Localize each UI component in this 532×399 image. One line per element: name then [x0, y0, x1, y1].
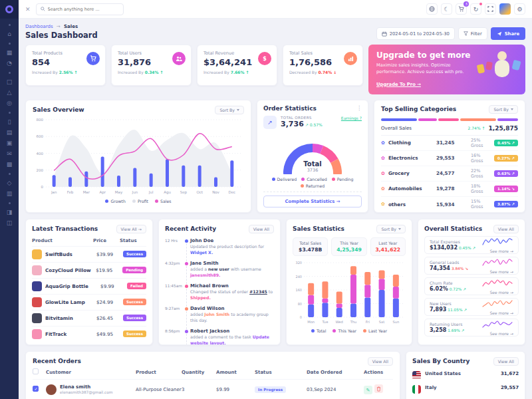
svg-text:Mar: Mar [83, 190, 90, 194]
delete-button[interactable] [374, 384, 383, 393]
product-image [32, 329, 42, 339]
table-row[interactable]: SwiftBuds $39.99 Success [32, 246, 146, 262]
search-box[interactable] [36, 3, 124, 15]
phone-icon[interactable]: ▯ [8, 119, 11, 125]
sparkline-chart [481, 320, 513, 329]
sales-overview-chart: 0200400600800JanFebMarAprMayJunJulAguSep… [33, 114, 244, 196]
table-row[interactable]: GlowLite Lamp $24.99 Success [32, 294, 146, 310]
language-icon[interactable] [426, 3, 438, 15]
select-all-checkbox[interactable] [33, 368, 39, 374]
see-more-link[interactable]: See more → [481, 249, 513, 253]
calculator-icon[interactable]: ▥ [7, 191, 13, 197]
shopping-bag-icon [485, 61, 493, 70]
search-input[interactable] [48, 7, 119, 12]
status-badge: Success [123, 315, 146, 321]
avatar[interactable] [499, 3, 511, 15]
bar-chart-icon[interactable]: ◨ [7, 209, 13, 215]
panel-title: Sales By Country [412, 358, 469, 364]
category-row[interactable]: ✿ Electronics 29,553 16% Gross 0.27% ↗ [381, 151, 518, 166]
sales-by-country-panel: Sales By Country View All United States3… [406, 351, 525, 399]
svg-text:0: 0 [300, 315, 302, 319]
apps-icon[interactable]: ▦ [7, 50, 13, 56]
filter-button[interactable]: Filter [458, 27, 487, 40]
home-icon[interactable]: ⌂ [7, 31, 11, 37]
complete-statistics-button[interactable]: Complete Statistics → [263, 196, 362, 207]
table-row[interactable]: AquaGrip Bottle $9.99 Failed [32, 278, 146, 294]
metric-row: Returning Users3,2581.69% ↗ See more → [424, 319, 519, 336]
sparkline-chart [481, 258, 513, 267]
upgrade-banner: Upgrade to get more Maximize sales insig… [368, 45, 525, 94]
stat-box: Total Sales$3.478B [293, 237, 328, 256]
edit-button[interactable]: ✎ [364, 386, 372, 394]
pages-icon[interactable]: ▣ [7, 140, 13, 146]
fullscreen-icon[interactable] [485, 3, 496, 15]
cart-icon[interactable]: 5 [456, 3, 467, 15]
kanban-icon[interactable]: ◫ [7, 220, 13, 226]
sort-by-dropdown[interactable]: Sort By [376, 225, 406, 233]
view-all-button[interactable]: View All [493, 357, 519, 366]
cart-icon [86, 52, 100, 65]
archive-icon[interactable]: ▤ [7, 130, 13, 136]
row-checkbox[interactable] [33, 386, 39, 392]
alert-icon[interactable]: △ [7, 90, 12, 96]
sort-by-dropdown[interactable]: Sort By [215, 106, 244, 114]
table-row[interactable]: FitTrack $49.95 Success [32, 326, 146, 342]
country-row: United States31,672 [412, 371, 519, 380]
compass-icon[interactable]: ◎ [7, 100, 12, 106]
upgrade-link[interactable]: Upgrade To Pro → [376, 82, 421, 87]
gear-icon[interactable]: ⚙ [514, 3, 525, 15]
pie-chart-icon[interactable]: ◔ [7, 61, 12, 66]
svg-text:80: 80 [298, 301, 302, 305]
panel-title: Sales Overview [33, 106, 84, 113]
category-row[interactable]: ✿ Automobiles 19,278 18% Gross 1.14% ↘ [381, 182, 518, 197]
kebab-menu-icon[interactable]: ⋮ [356, 105, 362, 111]
change-badge: 1.14% ↘ [494, 186, 518, 192]
view-all-button[interactable]: View All [493, 225, 519, 233]
tools-icon[interactable]: ◇ [7, 180, 12, 186]
sort-by-dropdown[interactable]: Sort By [489, 105, 518, 114]
see-more-link[interactable]: See more → [481, 331, 513, 336]
view-all-button[interactable]: View All [368, 357, 393, 366]
panel-title: Latest Transactions [32, 225, 98, 232]
refresh-icon[interactable]: ↻ [470, 3, 481, 15]
svg-text:Fri: Fri [366, 320, 370, 324]
svg-text:Jun: Jun [132, 190, 138, 195]
stat-change: Decreased By 0.74% ↓ [289, 70, 356, 74]
table-row[interactable]: Elena smithelenasmith387@gmail.com All-P… [33, 379, 393, 399]
view-all-button[interactable]: View All → [116, 225, 146, 233]
category-row[interactable]: ✿ Clothing 31,245 25% Gross 0.45% ↗ [381, 136, 518, 151]
order-statistics-panel: Order Statistics ⋮ ↗ TOTAL ORDERS 3,736↗… [257, 100, 368, 213]
trend-up-icon: ↗ [263, 116, 277, 129]
stat-change: Increased By 2.56% ↑ [32, 70, 99, 74]
dark-mode-icon[interactable]: ☾ [441, 3, 452, 15]
view-all-button[interactable]: View All [249, 225, 274, 233]
lock-icon[interactable]: □ [7, 79, 13, 85]
see-more-link[interactable]: See more → [481, 311, 513, 315]
avatar [46, 384, 57, 395]
panel-title: Sales Statistics [293, 225, 344, 232]
app-logo[interactable] [0, 0, 19, 19]
banner-title: Upgrade to get more [376, 51, 517, 60]
up-arrow-icon: ↑ [160, 70, 163, 74]
product-image [32, 281, 42, 291]
table-row[interactable]: Bitvitamin $26.45 Success [32, 310, 146, 326]
bar-chart-icon [344, 52, 357, 65]
latest-transactions-panel: Latest Transactions View All → Product P… [25, 219, 153, 345]
table-row[interactable]: CozyCloud Pillow $19.95 Pending [32, 262, 146, 278]
svg-text:Sep: Sep [180, 190, 188, 195]
see-more-link[interactable]: See more → [481, 269, 513, 274]
category-row[interactable]: ✿ Grocery 24,577 22% Gross 0.63% ↗ [381, 166, 518, 182]
mail-icon[interactable]: ✉ [7, 151, 12, 157]
dollar-icon: $ [258, 52, 271, 65]
category-row[interactable]: ✿ others 15,934 15% Gross 3.87% ↗ [381, 197, 518, 212]
close-icon[interactable]: ✕ [25, 6, 31, 13]
gift-icon[interactable]: ▩ [7, 162, 13, 168]
stat-card-total-users: Total Users 31,876 Increased By 0.34% ↑ [111, 45, 192, 86]
earnings-link[interactable]: Earnings ? [341, 116, 362, 120]
share-button[interactable]: Share [491, 27, 525, 40]
see-more-link[interactable]: See more → [481, 290, 513, 295]
product-image [32, 249, 42, 259]
date-range-picker[interactable]: 2024-05-01 to 2024-05-30 [376, 27, 455, 40]
breadcrumb-dashboards[interactable]: Dashboards [25, 24, 53, 29]
svg-text:Mon: Mon [307, 320, 315, 324]
